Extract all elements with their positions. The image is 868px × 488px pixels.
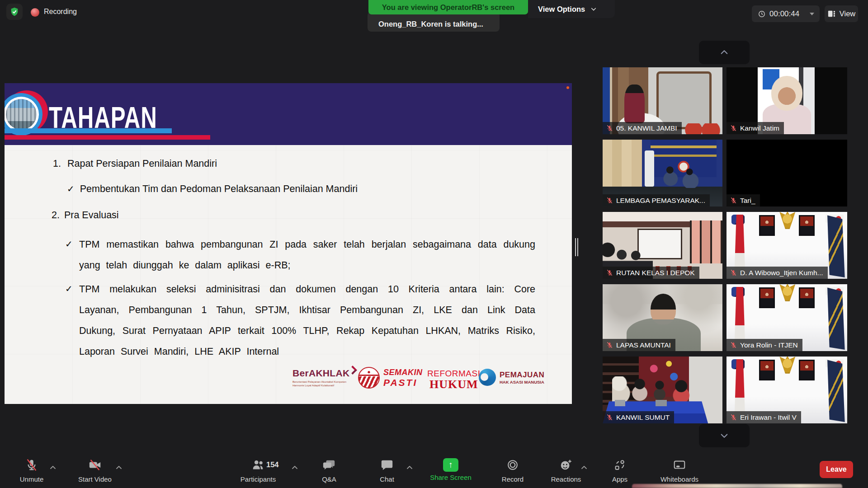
whiteboards-label: Whiteboards xyxy=(650,475,709,483)
participant-name: LEMBAGA PEMASYARAK... xyxy=(616,197,705,205)
portrait-photo xyxy=(759,360,775,380)
muted-mic-icon xyxy=(606,124,613,132)
muted-mic-icon xyxy=(730,124,737,132)
portrait-photo xyxy=(799,215,815,236)
slide-subitem-1: ✓Pembentukan Tim dan Pedoman Pelaksanaan… xyxy=(67,183,358,195)
video-tile-lembaga-pemasyarakatan[interactable]: LEMBAGA PEMASYARAK... xyxy=(603,140,722,206)
garuda-emblem xyxy=(779,212,795,229)
video-tile-kanwil-sumut[interactable]: KANWIL SUMUT xyxy=(603,357,722,423)
muted-mic-icon xyxy=(606,269,613,277)
leave-button[interactable]: Leave xyxy=(820,461,853,478)
mic-muted-icon xyxy=(25,458,38,472)
participant-name: Eri Irawan - Itwil V xyxy=(740,413,797,422)
participant-name-label: KANWIL SUMUT xyxy=(603,411,674,423)
video-tile-kanwil-jatim[interactable]: Kanwil Jatim xyxy=(726,67,847,134)
video-tile-kanwil-jambi[interactable]: 05. KANWIL JAMBI xyxy=(603,67,722,134)
whiteboards-button[interactable]: Whiteboards xyxy=(650,457,709,486)
muted-mic-icon xyxy=(730,269,737,277)
video-tile-lapas-amuntai[interactable]: LAPAS AMUNTAI xyxy=(603,284,722,351)
record-icon xyxy=(506,458,519,472)
floating-video-edge xyxy=(632,484,842,488)
chevron-down-icon xyxy=(590,6,597,12)
berakhlak-arrow-icon xyxy=(348,366,357,375)
subitem-text: TPM melakukan seleksi adminisitrasi dan … xyxy=(79,279,535,362)
qa-icon xyxy=(322,458,336,472)
muted-mic-icon xyxy=(606,197,613,204)
scroll-participants-up-button[interactable] xyxy=(699,41,750,64)
share-screen-button[interactable]: ↑ Share Screen xyxy=(424,457,478,486)
participants-options-caret[interactable] xyxy=(291,464,298,471)
start-video-label: Start Video xyxy=(68,475,122,483)
item-number: 2. xyxy=(52,210,60,221)
video-tile-yora-rolin[interactable]: Yora Rolin - ITJEN xyxy=(726,284,847,351)
record-button[interactable]: Record xyxy=(486,457,540,486)
participant-figure xyxy=(624,84,645,123)
security-shield-badge[interactable] xyxy=(6,4,23,20)
timer-dropdown-icon[interactable] xyxy=(810,13,814,15)
panel-resize-handle[interactable] xyxy=(575,238,579,256)
participants-label: Participants xyxy=(231,475,285,483)
apps-icon xyxy=(613,458,627,472)
video-tile-tari[interactable]: Tari_ xyxy=(726,140,847,206)
scene-detail xyxy=(615,400,689,406)
participant-name: LAPAS AMUNTAI xyxy=(616,341,671,349)
chat-button[interactable]: Chat xyxy=(360,457,414,486)
screen-share-banner: You are viewing OperatorRB's screen xyxy=(368,0,528,14)
reactions-options-caret[interactable] xyxy=(580,464,588,471)
item-number: 1. xyxy=(53,158,61,169)
record-label: Record xyxy=(486,475,540,483)
view-options-button[interactable]: View Options xyxy=(528,0,615,18)
ministry-flag xyxy=(824,360,844,422)
video-tile-eri-irawan[interactable]: Eri Irawan - Itwil V xyxy=(726,357,847,423)
pemajuan-ham-logo: PEMAJUAN HAK ASASI MANUSIA xyxy=(479,369,544,386)
unmute-label: Unmute xyxy=(5,475,59,483)
reactions-smiley-icon xyxy=(559,458,573,472)
participant-figure xyxy=(612,376,698,403)
portrait-photo xyxy=(759,287,775,308)
start-video-button[interactable]: Start Video xyxy=(68,457,122,486)
view-button-label: View xyxy=(840,9,855,18)
scene-detail xyxy=(645,150,654,187)
qa-button[interactable]: Q&A xyxy=(302,457,356,486)
berakhlak-title: BerAKHLAK xyxy=(292,368,349,378)
participants-icon xyxy=(251,458,265,472)
unmute-button[interactable]: Unmute xyxy=(5,457,59,486)
share-screen-label: Share Screen xyxy=(424,474,478,481)
portrait-photo xyxy=(799,360,815,380)
mic-options-caret[interactable] xyxy=(49,464,57,471)
pasti-text: PASTI xyxy=(383,377,423,388)
garuda-emblem xyxy=(779,357,795,374)
muted-mic-icon xyxy=(730,341,737,349)
muted-mic-icon xyxy=(730,197,737,204)
share-screen-icon: ↑ xyxy=(443,458,458,472)
portrait-photo xyxy=(759,215,775,236)
video-tile-wibowo-itjen[interactable]: D. A Wibowo_Itjen Kumh... xyxy=(726,212,847,279)
participant-name: Tari_ xyxy=(740,197,755,205)
chevron-up-icon xyxy=(720,48,729,57)
reactions-label: Reactions xyxy=(539,475,593,483)
reformasi-text: REFORMASI xyxy=(427,369,480,379)
apps-button[interactable]: Apps xyxy=(593,457,647,486)
participant-name: 05. KANWIL JAMBI xyxy=(616,124,677,132)
participant-figure xyxy=(663,165,699,188)
participant-name: Kanwil Jatim xyxy=(740,124,779,132)
chat-options-caret[interactable] xyxy=(406,464,413,471)
check-bullet: ✓ xyxy=(67,183,75,194)
participant-name-label: Kanwil Jatim xyxy=(726,122,784,134)
participant-figure xyxy=(651,294,676,324)
meeting-timer[interactable]: 00:00:44 xyxy=(752,5,820,22)
slide-corner-dot xyxy=(566,86,569,89)
check-bullet: ✓ xyxy=(65,239,73,249)
video-tile-rutan-depok[interactable]: RUTAN KELAS I DEPOK xyxy=(603,212,722,279)
recording-label: Recording xyxy=(44,8,77,16)
scroll-participants-down-button[interactable] xyxy=(699,424,750,447)
layout-view-icon xyxy=(827,9,836,18)
participant-name: KANWIL SUMUT xyxy=(616,413,670,422)
video-options-caret[interactable] xyxy=(115,464,123,471)
ministry-flag xyxy=(824,287,844,350)
reactions-button[interactable]: Reactions xyxy=(539,457,593,486)
slide-subitem-2: ✓ TPM memastikan bahwa pembangunan ZI pa… xyxy=(65,234,535,276)
chevron-down-icon xyxy=(720,431,729,440)
participant-name-label: LEMBAGA PEMASYARAK... xyxy=(603,194,710,206)
view-button[interactable]: View xyxy=(825,5,858,22)
